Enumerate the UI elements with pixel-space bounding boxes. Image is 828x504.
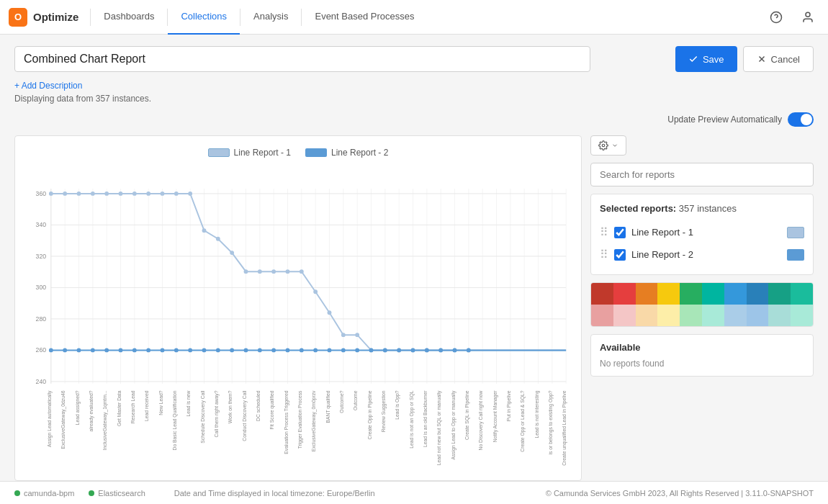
svg-text:Lead not new but SQL or manual: Lead not new but SQL or manually: [436, 390, 442, 465]
svg-text:Lead is Opp?: Lead is Opp?: [395, 390, 400, 419]
brand-logo[interactable]: O Optimize: [9, 8, 78, 27]
svg-point-109: [341, 348, 346, 353]
config-bar: [590, 135, 814, 156]
svg-point-157: [602, 144, 605, 147]
svg-text:320: 320: [36, 253, 47, 260]
svg-text:Lead received: Lead received: [144, 390, 149, 421]
svg-point-69: [216, 237, 220, 241]
svg-point-77: [328, 310, 332, 315]
legend-item-2: Line Report - 2: [305, 148, 388, 158]
svg-text:Outcome: Outcome: [353, 390, 358, 410]
svg-text:Assign Lead to Opp or manually: Assign Lead to Opp or manually: [451, 390, 456, 460]
svg-text:Assign Lead automatically: Assign Lead automatically: [47, 390, 53, 447]
color-cell[interactable]: [613, 305, 636, 326]
color-cell[interactable]: [702, 283, 724, 305]
drag-handle-2[interactable]: ⠿: [600, 248, 608, 261]
color-row-2: [591, 305, 813, 326]
color-cell[interactable]: [724, 305, 747, 326]
color-cell[interactable]: [747, 283, 769, 305]
svg-point-117: [453, 348, 457, 353]
svg-point-102: [244, 348, 248, 353]
footer-badge-camunda: camunda-bpm: [14, 489, 74, 493]
svg-text:is or belongs to existing Opp?: is or belongs to existing Opp?: [548, 390, 554, 454]
svg-text:360: 360: [36, 190, 47, 197]
svg-text:Lead assigned?: Lead assigned?: [75, 390, 81, 425]
svg-point-68: [202, 228, 207, 233]
color-cell[interactable]: [680, 283, 702, 305]
svg-point-67: [188, 192, 192, 196]
color-cell[interactable]: [636, 305, 658, 326]
svg-point-65: [161, 192, 165, 196]
color-cell[interactable]: [768, 305, 791, 326]
color-cell[interactable]: [657, 283, 680, 305]
svg-point-113: [397, 348, 401, 353]
nav-item-collections[interactable]: Collections: [168, 0, 240, 35]
main-content: Save Cancel + Add Description Displaying…: [0, 35, 828, 492]
legend-color-2: [305, 148, 327, 157]
svg-text:Do Basic Lead Qualification: Do Basic Lead Qualification: [172, 390, 178, 450]
help-icon[interactable]: [765, 6, 788, 29]
svg-point-79: [355, 333, 359, 337]
report-item-1: ⠿ Line Report - 1: [600, 221, 804, 243]
user-icon[interactable]: [796, 6, 819, 29]
color-cell[interactable]: [680, 305, 702, 326]
add-description-link[interactable]: + Add Description: [14, 81, 814, 91]
chart-panel: Line Report - 1 Line Report - 2 .axis-la…: [14, 135, 582, 481]
color-cell[interactable]: [768, 283, 791, 305]
color-cell[interactable]: [702, 305, 724, 326]
color-cell[interactable]: [613, 283, 636, 305]
dot-elastic: [89, 490, 94, 493]
color-cell[interactable]: [724, 283, 747, 305]
footer-copyright: © Camunda Services GmbH 2023, All Rights…: [546, 489, 814, 493]
svg-point-96: [161, 348, 165, 353]
cancel-button[interactable]: Cancel: [743, 46, 814, 72]
report-1-checkbox[interactable]: [614, 227, 626, 238]
nav-item-event-based[interactable]: Event Based Processes: [302, 0, 427, 35]
svg-text:Conduct Discovery Call: Conduct Discovery Call: [242, 390, 248, 441]
svg-text:BANT qualified: BANT qualified: [325, 390, 331, 423]
nav-item-analysis[interactable]: Analysis: [240, 0, 301, 35]
svg-point-88: [49, 348, 53, 353]
color-cell[interactable]: [791, 283, 813, 305]
available-label: Available: [600, 342, 804, 353]
svg-point-76: [313, 289, 318, 294]
nav-item-dashboards[interactable]: Dashboards: [91, 0, 167, 35]
svg-text:ExclusiveGateway_0dzu46: ExclusiveGateway_0dzu46: [60, 390, 66, 449]
config-gear-button[interactable]: [590, 135, 626, 156]
brand-icon: O: [9, 8, 27, 27]
preview-toggle-switch[interactable]: [788, 112, 814, 127]
legend-label-1: Line Report - 1: [234, 148, 291, 158]
svg-point-73: [271, 269, 276, 274]
nav-right: [765, 6, 819, 29]
search-reports-input[interactable]: [590, 163, 814, 186]
report-2-color: [787, 249, 804, 261]
report-2-checkbox[interactable]: [614, 249, 626, 261]
svg-point-59: [77, 192, 81, 196]
svg-point-94: [132, 348, 137, 353]
svg-point-114: [411, 348, 415, 353]
legend-item-1: Line Report - 1: [208, 148, 291, 158]
svg-text:340: 340: [36, 221, 47, 228]
drag-handle-1[interactable]: ⠿: [600, 225, 608, 239]
report-item-2: ⠿ Line Report - 2: [600, 243, 804, 266]
svg-point-72: [258, 269, 262, 274]
svg-point-105: [286, 348, 290, 353]
color-cell[interactable]: [591, 283, 613, 305]
save-button[interactable]: Save: [675, 46, 737, 72]
svg-point-2: [806, 12, 810, 17]
report-2-label: Line Report - 2: [631, 249, 781, 260]
brand-name: Optimize: [33, 11, 78, 23]
color-cell[interactable]: [591, 305, 613, 326]
report-1-label: Line Report - 1: [631, 227, 781, 238]
svg-text:Fit Score qualified: Fit Score qualified: [269, 390, 275, 429]
svg-text:Work on them?: Work on them?: [228, 390, 233, 423]
report-title-input[interactable]: [14, 46, 590, 72]
color-cell[interactable]: [657, 305, 680, 326]
svg-text:New Lead?: New Lead?: [158, 390, 163, 415]
color-cell[interactable]: [636, 283, 658, 305]
svg-text:Call them right away?: Call them right away?: [214, 390, 220, 437]
no-reports-text: No reports found: [600, 359, 804, 369]
svg-point-95: [146, 348, 150, 353]
color-cell[interactable]: [791, 305, 813, 326]
color-cell[interactable]: [747, 305, 769, 326]
